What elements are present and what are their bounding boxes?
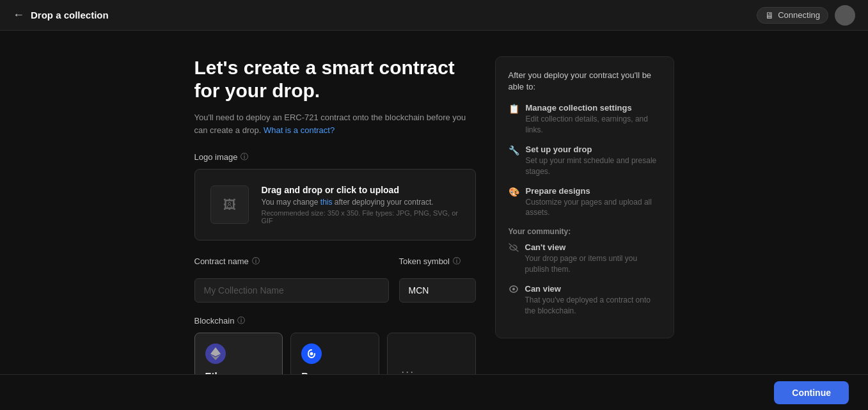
contract-name-label: Contract name ⓘ xyxy=(194,256,389,267)
cant-view-icon xyxy=(509,243,519,254)
info-item-designs-desc: Customize your pages and upload all asse… xyxy=(526,197,661,219)
info-item-can-view-title: Can view xyxy=(525,284,661,294)
blockchain-label: Blockchain ⓘ xyxy=(194,315,476,326)
info-item-cant-view-title: Can't view xyxy=(525,242,661,252)
logo-upload-box[interactable]: 🖼 Drag and drop or click to upload You m… xyxy=(194,169,476,240)
info-item-designs: 🎨 Prepare designs Customize your pages a… xyxy=(509,186,661,219)
prepare-designs-icon: 🎨 xyxy=(509,187,519,197)
info-item-cant-view-content: Can't view Your drop page or items until… xyxy=(525,242,661,275)
topbar-left: ← Drop a collection xyxy=(13,8,109,22)
can-view-icon xyxy=(509,285,519,295)
info-item-drop-title: Set up your drop xyxy=(526,145,661,154)
topbar: ← Drop a collection 🖥 Connecting xyxy=(0,0,868,31)
logo-image-label: Logo image ⓘ xyxy=(194,152,476,162)
svg-point-1 xyxy=(310,352,313,356)
contract-name-info-icon: ⓘ xyxy=(252,256,260,267)
info-item-drop-content: Set up your drop Set up your mint schedu… xyxy=(526,145,661,177)
upload-text: Drag and drop or click to upload You may… xyxy=(262,185,460,225)
upload-recommendation: Recommended size: 350 x 350. File types:… xyxy=(262,209,460,225)
upload-change-note: You may change this after deploying your… xyxy=(262,198,460,207)
form-heading: Let's create a smart contract for your d… xyxy=(194,56,476,102)
blockchain-info-icon: ⓘ xyxy=(237,315,245,326)
main-content: Let's create a smart contract for your d… xyxy=(0,31,868,410)
upload-title: Drag and drop or click to upload xyxy=(262,185,460,195)
info-item-designs-title: Prepare designs xyxy=(526,186,661,196)
base-icon xyxy=(301,343,322,364)
connecting-label: Connecting xyxy=(778,10,820,20)
form-subtitle: You'll need to deploy an ERC-721 contrac… xyxy=(194,111,476,136)
upload-preview: 🖼 xyxy=(210,185,249,224)
info-item-manage-title: Manage collection settings xyxy=(526,103,661,113)
connecting-status[interactable]: 🖥 Connecting xyxy=(757,7,828,24)
logo-info-icon: ⓘ xyxy=(241,152,248,162)
what-is-contract-link[interactable]: What is a contract? xyxy=(264,125,335,135)
info-item-designs-content: Prepare designs Customize your pages and… xyxy=(526,186,661,219)
topbar-right: 🖥 Connecting xyxy=(757,5,855,26)
info-item-drop-desc: Set up your mint schedule and presale st… xyxy=(526,155,661,177)
svg-point-3 xyxy=(512,288,515,290)
setup-drop-icon: 🔧 xyxy=(509,145,519,155)
contract-name-input[interactable] xyxy=(194,278,389,303)
info-item-drop: 🔧 Set up your drop Set up your mint sche… xyxy=(509,145,661,177)
info-item-can-view: Can view That you've deployed a contract… xyxy=(509,284,661,317)
token-symbol-input[interactable] xyxy=(399,278,476,303)
info-item-cant-view: Can't view Your drop page or items until… xyxy=(509,242,661,275)
upload-change-link[interactable]: this xyxy=(320,198,333,207)
contract-name-group: Contract name ⓘ xyxy=(194,256,389,303)
info-item-manage-content: Manage collection settings Edit collecti… xyxy=(526,103,661,136)
back-button[interactable]: ← xyxy=(13,8,24,22)
image-icon: 🖼 xyxy=(223,198,236,212)
avatar[interactable] xyxy=(835,5,855,26)
info-item-can-view-desc: That you've deployed a contract onto the… xyxy=(525,295,661,317)
continue-button[interactable]: Continue xyxy=(774,381,849,404)
info-panel-title: After you deploy your contract you'll be… xyxy=(509,70,661,93)
bottom-bar: Continue xyxy=(0,374,868,410)
monitor-icon: 🖥 xyxy=(765,10,774,20)
info-item-manage: 📋 Manage collection settings Edit collec… xyxy=(509,103,661,136)
page-title: Drop a collection xyxy=(31,10,109,20)
form-area: Let's create a smart contract for your d… xyxy=(194,56,476,410)
info-item-can-view-content: Can view That you've deployed a contract… xyxy=(525,284,661,317)
info-panel: After you deploy your contract you'll be… xyxy=(495,56,674,338)
token-symbol-info-icon: ⓘ xyxy=(453,256,461,267)
name-symbol-row: Contract name ⓘ Token symbol ⓘ xyxy=(194,256,476,303)
manage-settings-icon: 📋 xyxy=(509,104,519,114)
community-section-title: Your community: xyxy=(509,227,661,236)
token-symbol-group: Token symbol ⓘ xyxy=(399,256,476,303)
token-symbol-label: Token symbol ⓘ xyxy=(399,256,476,267)
info-item-cant-view-desc: Your drop page or items until you publis… xyxy=(525,253,661,275)
info-item-manage-desc: Edit collection details, earnings, and l… xyxy=(526,114,661,136)
ethereum-icon xyxy=(205,343,226,364)
